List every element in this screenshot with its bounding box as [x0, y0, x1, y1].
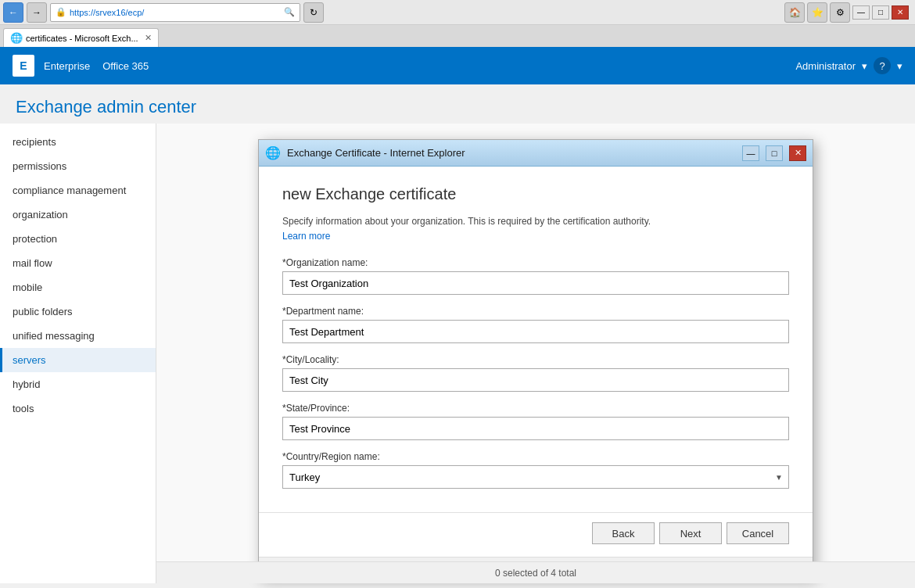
- favorites-button[interactable]: ⭐: [807, 2, 827, 23]
- nav-office365[interactable]: Office 365: [102, 60, 149, 72]
- dialog-close-button[interactable]: ✕: [789, 145, 806, 161]
- status-bar: 0 selected of 4 total: [156, 561, 915, 583]
- tab-close-button[interactable]: ✕: [145, 33, 152, 43]
- learn-more-link[interactable]: Learn more: [282, 231, 330, 242]
- sidebar-item-tools[interactable]: tools: [0, 396, 156, 421]
- org-name-input[interactable]: [282, 271, 789, 295]
- sidebar-item-permissions[interactable]: permissions: [0, 154, 156, 178]
- main-layout: recipients permissions compliance manage…: [0, 124, 915, 583]
- help-dropdown-icon[interactable]: ▾: [897, 60, 902, 72]
- next-button[interactable]: Next: [659, 522, 722, 544]
- sidebar-item-mailflow[interactable]: mail flow: [0, 251, 156, 275]
- admin-dropdown-icon[interactable]: ▾: [862, 60, 867, 72]
- dept-name-label: *Department name:: [282, 306, 789, 317]
- address-bar[interactable]: 🔒 https://srvex16/ecp/ 🔍: [50, 3, 300, 22]
- dialog-maximize-button[interactable]: □: [766, 145, 783, 161]
- tools-btn[interactable]: ⚙: [830, 2, 850, 23]
- home-button[interactable]: 🏠: [784, 2, 805, 23]
- browser-toolbar-right: 🏠 ⭐ ⚙ — □ ✕: [784, 2, 912, 23]
- city-input[interactable]: [282, 368, 789, 392]
- ie-icon: 🌐: [265, 145, 281, 160]
- state-group: *State/Province:: [282, 403, 789, 440]
- help-button[interactable]: ?: [874, 57, 891, 74]
- lock-icon: 🔒: [56, 7, 66, 17]
- browser-maximize-button[interactable]: □: [872, 5, 889, 20]
- exchange-header: E Enterprise Office 365 Administrator ▾ …: [0, 47, 915, 84]
- sidebar-item-publicfolders[interactable]: public folders: [0, 299, 156, 324]
- country-label: *Country/Region name:: [282, 451, 789, 462]
- dept-name-group: *Department name:: [282, 306, 789, 343]
- dialog-content: new Exchange certificate Specify informa…: [259, 167, 813, 512]
- country-select[interactable]: Turkey United States Germany France Unit…: [282, 465, 789, 489]
- country-group: *Country/Region name: Turkey United Stat…: [282, 451, 789, 489]
- dialog-minimize-button[interactable]: —: [742, 145, 759, 161]
- dialog-titlebar: 🌐 Exchange Certificate - Internet Explor…: [259, 140, 813, 167]
- sidebar: recipients permissions compliance manage…: [0, 124, 156, 583]
- search-icon: 🔍: [284, 7, 295, 17]
- browser-nav: ← → 🔒 https://srvex16/ecp/ 🔍 ↻: [3, 2, 784, 23]
- state-input[interactable]: [282, 417, 789, 440]
- tab-icon: 🌐: [10, 32, 23, 44]
- sidebar-item-recipients[interactable]: recipients: [0, 130, 156, 154]
- forward-button[interactable]: →: [27, 2, 47, 23]
- sidebar-item-mobile[interactable]: mobile: [0, 275, 156, 299]
- content-area: 🌐 Exchange Certificate - Internet Explor…: [156, 124, 915, 583]
- org-name-label: *Organization name:: [282, 257, 789, 268]
- exchange-header-right: Administrator ▾ ? ▾: [795, 57, 902, 74]
- dialog-header: new Exchange certificate: [282, 185, 789, 203]
- address-text: https://srvex16/ecp/: [70, 8, 144, 17]
- back-button[interactable]: Back: [592, 522, 655, 544]
- sidebar-item-protection[interactable]: protection: [0, 227, 156, 251]
- refresh-button[interactable]: ↻: [303, 2, 324, 23]
- dialog-title: Exchange Certificate - Internet Explorer: [287, 147, 736, 159]
- sidebar-item-organization[interactable]: organization: [0, 203, 156, 227]
- city-group: *City/Locality:: [282, 354, 789, 392]
- sidebar-item-unifiedmessaging[interactable]: unified messaging: [0, 324, 156, 348]
- back-button[interactable]: ←: [3, 2, 23, 23]
- page-title: Exchange admin center: [0, 84, 915, 124]
- active-tab[interactable]: 🌐 certificates - Microsoft Exch... ✕: [3, 28, 159, 47]
- sidebar-item-compliance[interactable]: compliance management: [0, 178, 156, 203]
- nav-enterprise[interactable]: Enterprise: [44, 60, 90, 72]
- exchange-logo: E: [13, 55, 34, 77]
- cancel-button[interactable]: Cancel: [727, 522, 789, 544]
- browser-close-button[interactable]: ✕: [892, 5, 909, 20]
- sidebar-item-hybrid[interactable]: hybrid: [0, 372, 156, 396]
- org-name-group: *Organization name:: [282, 257, 789, 295]
- dept-name-input[interactable]: [282, 320, 789, 343]
- country-select-wrapper: Turkey United States Germany France Unit…: [282, 465, 789, 489]
- tab-bar: 🌐 certificates - Microsoft Exch... ✕: [0, 25, 915, 47]
- state-label: *State/Province:: [282, 403, 789, 414]
- browser-minimize-button[interactable]: —: [852, 5, 870, 20]
- status-text: 0 selected of 4 total: [495, 568, 576, 579]
- exchange-nav-links: Enterprise Office 365: [44, 60, 149, 72]
- tab-title: certificates - Microsoft Exch...: [26, 34, 138, 43]
- dialog-footer: Back Next Cancel: [259, 512, 813, 557]
- admin-label[interactable]: Administrator: [795, 60, 856, 72]
- exchange-certificate-dialog: 🌐 Exchange Certificate - Internet Explor…: [258, 139, 813, 578]
- dialog-description: Specify information about your organizat…: [282, 216, 789, 227]
- browser-titlebar: ← → 🔒 https://srvex16/ecp/ 🔍 ↻ 🏠 ⭐ ⚙ — □…: [0, 0, 915, 25]
- sidebar-item-servers[interactable]: servers: [0, 348, 156, 372]
- city-label: *City/Locality:: [282, 354, 789, 365]
